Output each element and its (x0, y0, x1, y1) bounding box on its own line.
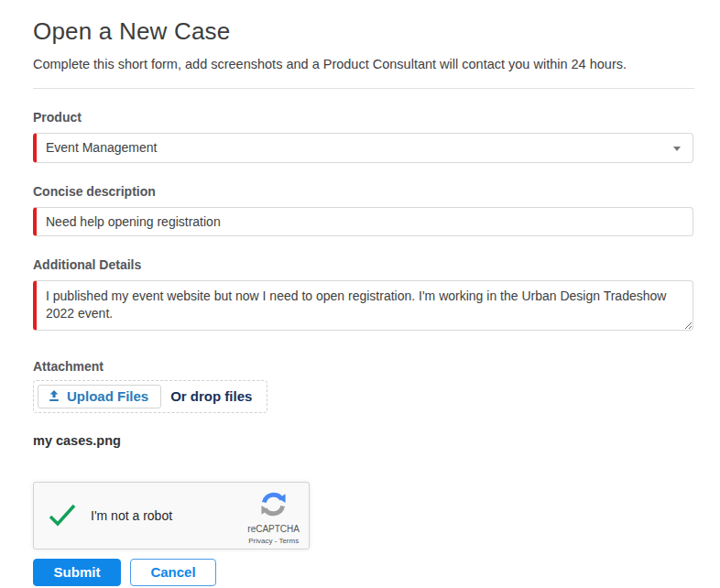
recaptcha-terms-link[interactable]: Terms (278, 537, 299, 545)
chevron-down-icon (673, 147, 681, 151)
upload-files-button[interactable]: Upload Files (38, 385, 161, 408)
page-subtitle: Complete this short form, add screenshot… (33, 55, 694, 73)
recaptcha-logo (259, 490, 288, 518)
product-label: Product (33, 110, 694, 125)
description-label: Concise description (33, 184, 694, 199)
recaptcha-label: I'm not a robot (91, 508, 172, 523)
details-label: Additional Details (33, 257, 694, 272)
recaptcha-links-separator: - (275, 537, 278, 545)
form-actions: Submit Cancel (33, 559, 694, 586)
product-select[interactable]: Event Management (33, 133, 693, 163)
submit-button[interactable]: Submit (33, 559, 121, 586)
uploaded-file-name: my cases.png (33, 433, 694, 448)
header-divider (33, 88, 694, 89)
recaptcha-widget: I'm not a robot reCAPTCHA Privacy - Term… (33, 482, 310, 550)
product-selected-value: Event Management (46, 140, 157, 155)
description-input[interactable] (33, 207, 693, 236)
file-drop-zone[interactable]: Upload Files Or drop files (33, 380, 267, 413)
attachment-label: Attachment (33, 359, 694, 374)
recaptcha-checkmark-icon[interactable] (47, 502, 78, 529)
upload-files-label: Upload Files (67, 388, 148, 404)
upload-icon (48, 389, 60, 402)
details-textarea[interactable]: I published my event website but now I n… (33, 280, 693, 331)
product-field-group: Product Event Management (33, 110, 694, 163)
recaptcha-brand-text: reCAPTCHA (247, 525, 300, 534)
cancel-button[interactable]: Cancel (130, 559, 216, 586)
recaptcha-brand-block: reCAPTCHA Privacy - Terms (247, 486, 300, 545)
recaptcha-links: Privacy - Terms (247, 538, 300, 545)
page-title: Open a New Case (33, 16, 694, 47)
drop-files-text: Or drop files (161, 388, 263, 404)
description-field-group: Concise description (33, 184, 694, 236)
new-case-form: Open a New Case Complete this short form… (0, 0, 720, 588)
attachment-group: Attachment Upload Files Or drop files my… (33, 359, 694, 448)
recaptcha-privacy-link[interactable]: Privacy (248, 537, 272, 545)
details-field-group: Additional Details I published my event … (33, 257, 694, 334)
